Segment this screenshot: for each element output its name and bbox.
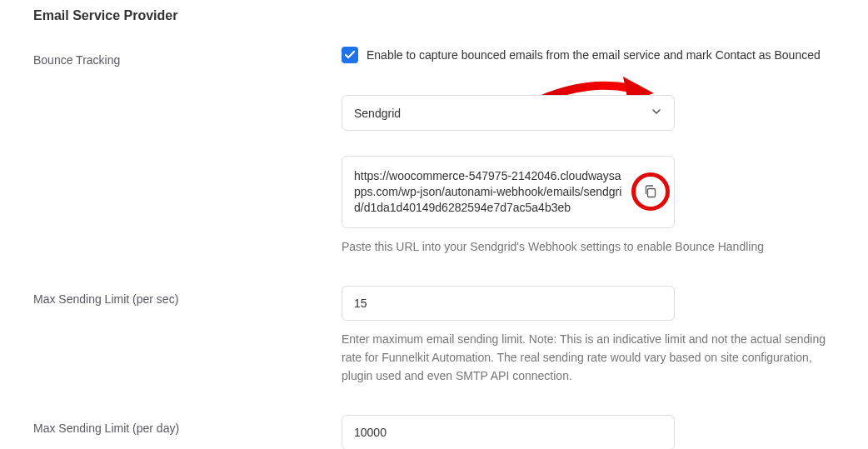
max-sending-per-day-label: Max Sending Limit (per day)	[33, 415, 342, 435]
max-sending-per-sec-input[interactable]	[342, 286, 675, 321]
svg-rect-1	[648, 189, 656, 197]
copy-icon	[643, 184, 658, 199]
provider-select[interactable]: Sendgrid	[342, 95, 675, 131]
chevron-down-icon	[651, 106, 662, 120]
webhook-url-text: https://woocommerce-547975-2142046.cloud…	[354, 169, 621, 214]
bounce-tracking-checkbox-label: Enable to capture bounced emails from th…	[367, 48, 821, 62]
bounce-tracking-checkbox[interactable]	[342, 47, 358, 63]
bounce-tracking-row: Bounce Tracking Enable to capture bounce…	[33, 47, 835, 256]
max-sending-per-sec-label: Max Sending Limit (per sec)	[33, 286, 342, 306]
max-sending-per-sec-help: Enter maximum email sending limit. Note:…	[342, 331, 835, 385]
webhook-url-box: https://woocommerce-547975-2142046.cloud…	[342, 156, 675, 228]
copy-webhook-button[interactable]	[636, 177, 666, 207]
max-sending-per-day-row: Max Sending Limit (per day) Enter maximu…	[33, 415, 835, 449]
check-icon	[345, 51, 355, 59]
section-title: Email Service Provider	[33, 8, 835, 23]
max-sending-per-day-input[interactable]	[342, 415, 675, 449]
bounce-tracking-label: Bounce Tracking	[33, 47, 342, 67]
webhook-help-text: Paste this URL into your Sendgrid's Webh…	[342, 238, 835, 257]
provider-selected-value: Sendgrid	[354, 107, 401, 120]
max-sending-per-sec-row: Max Sending Limit (per sec) Enter maximu…	[33, 286, 835, 385]
